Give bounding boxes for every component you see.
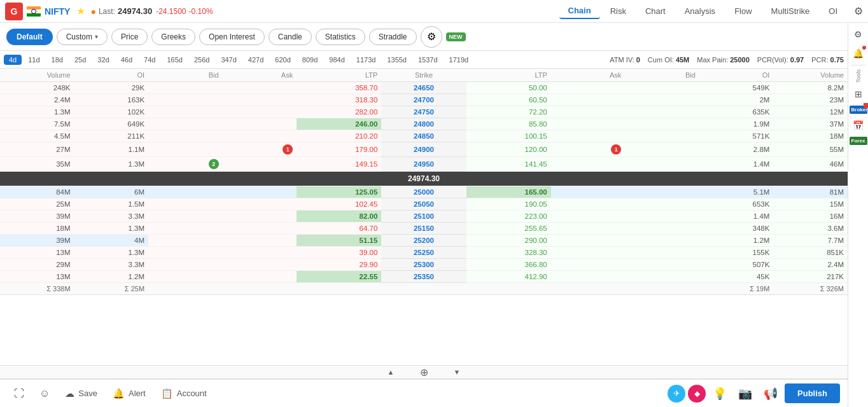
- share-button[interactable]: 📢: [759, 382, 782, 405]
- date-chip-1355d[interactable]: 1355d: [382, 55, 412, 65]
- alert-button[interactable]: 🔔 Alert: [106, 384, 152, 403]
- camera-button[interactable]: 📷: [734, 382, 757, 405]
- table-row[interactable]: 18M 1.3M 64.70 25150 255.65 348K 3.6M: [0, 223, 848, 235]
- account-label: Account: [177, 389, 207, 398]
- tab-risk[interactable]: Risk: [601, 4, 635, 18]
- pcr-label: PCR: 0.75: [811, 56, 844, 64]
- coin-icon: ●: [90, 6, 95, 17]
- statistics-button[interactable]: Statistics: [316, 29, 365, 45]
- date-chip-46d[interactable]: 46d: [116, 55, 137, 65]
- date-chip-984d[interactable]: 984d: [324, 55, 349, 65]
- date-chip-620d[interactable]: 620d: [270, 55, 295, 65]
- col-header-strike: Strike: [381, 69, 466, 82]
- forex-badge[interactable]: Forex: [850, 137, 867, 145]
- date-chip-25d[interactable]: 25d: [69, 55, 91, 65]
- table-row[interactable]: 4.5M 211K 210.20 24850 100.15 571K 18M: [0, 130, 848, 142]
- date-chip-347d[interactable]: 347d: [216, 55, 241, 65]
- camera-icon: 📷: [738, 387, 752, 401]
- table-row[interactable]: 39M 3.3M 82.00 25100 223.00 1.4M 16M: [0, 210, 848, 223]
- table-row[interactable]: 1.3M 102K 282.00 24750 72.20 635K 12M: [0, 106, 848, 118]
- custom-button[interactable]: Custom ▾: [57, 29, 108, 45]
- tab-chart[interactable]: Chart: [636, 4, 675, 18]
- current-price-row: 24974.30: [0, 172, 848, 186]
- date-chip-1537d[interactable]: 1537d: [413, 55, 443, 65]
- main-content: Default Custom ▾ Price Greeks Open Inter…: [0, 23, 848, 407]
- bottom-controls: ▲ ⊕ ▼: [0, 365, 848, 379]
- sidebar-calendar-icon[interactable]: 📅: [851, 118, 866, 133]
- avatar: G: [5, 3, 23, 20]
- table-row[interactable]: 27M 1.1M 1 179.00 24900 120.00 1 2: [0, 142, 848, 157]
- flag-icon: [27, 6, 41, 17]
- date-chip-165d[interactable]: 165d: [162, 55, 187, 65]
- straddle-button[interactable]: Straddle: [369, 29, 417, 45]
- date-chip-11d[interactable]: 11d: [23, 55, 45, 65]
- greeks-button[interactable]: Greeks: [151, 29, 195, 45]
- tab-analysis[interactable]: Analysis: [676, 4, 724, 18]
- date-chip-1173d[interactable]: 1173d: [351, 55, 381, 65]
- candle-button[interactable]: Candle: [269, 29, 312, 45]
- account-button[interactable]: 📋 Account: [155, 384, 213, 403]
- table-row[interactable]: 35M 1.3M 2 149.15 24950 141.45 1.4M 46M: [0, 157, 848, 172]
- table-row[interactable]: 13M 1.2M 22.55 25350 412.90 45K 217K: [0, 271, 848, 283]
- broker-badge[interactable]: Broker: [850, 106, 867, 114]
- table-row[interactable]: 29M 3.3M 29.90 25300 366.80 507K 2.4M: [0, 259, 848, 271]
- table-row[interactable]: 248K 29K 358.70 24650 50.00 549K 8.2M: [0, 82, 848, 94]
- date-chip-74d[interactable]: 74d: [139, 55, 160, 65]
- right-sidebar: ⚙ 🔔 Tools ⊞ Broker 📅 Forex: [848, 23, 868, 407]
- date-chip-1719d[interactable]: 1719d: [444, 55, 474, 65]
- atm-iv-label: ATM IV: 0: [610, 56, 640, 64]
- face-icon: ☺: [39, 388, 50, 399]
- table-row[interactable]: 2.4M 163K 318.30 24700 60.50 2M 23M: [0, 94, 848, 106]
- sidebar-grid-icon[interactable]: ⊞: [851, 86, 866, 102]
- date-chip-18d[interactable]: 18d: [46, 55, 68, 65]
- publish-button[interactable]: Publish: [785, 383, 840, 403]
- table-row[interactable]: 25M 1.5M 102.45 25050 190.05 653K 15M: [0, 198, 848, 210]
- tab-chain[interactable]: Chain: [559, 3, 600, 19]
- scroll-down-button[interactable]: ▼: [454, 368, 461, 376]
- expand-icon: ⛶: [14, 388, 24, 399]
- center-target-icon[interactable]: ⊕: [420, 366, 428, 378]
- table-scroll[interactable]: Volume OI Bid Ask LTP Strike LTP Ask Bid…: [0, 69, 848, 365]
- expand-button[interactable]: ⛶: [8, 384, 31, 403]
- last-value: 24974.30: [118, 6, 152, 16]
- col-header-bid-c: Bid: [148, 69, 223, 82]
- date-chip-256d[interactable]: 256d: [189, 55, 214, 65]
- sidebar-settings-icon[interactable]: ⚙: [851, 27, 866, 42]
- new-badge: NEW: [446, 32, 466, 41]
- date-chip-32d[interactable]: 32d: [92, 55, 114, 65]
- diamond-button[interactable]: ◆: [688, 385, 706, 403]
- price-button[interactable]: Price: [111, 29, 148, 45]
- telegram-icon: ✈: [673, 389, 680, 398]
- sum-row: Σ 338M Σ 25M Σ 19M Σ 326M: [0, 283, 848, 295]
- tab-oi[interactable]: OI: [820, 4, 846, 18]
- date-chip-427d[interactable]: 427d: [243, 55, 269, 65]
- tab-multistrike[interactable]: MultiStrike: [762, 4, 819, 18]
- gear-settings-button[interactable]: ⚙: [421, 26, 442, 48]
- last-label: Last:: [99, 7, 115, 16]
- save-button[interactable]: ☁ Save: [59, 384, 104, 403]
- table-row[interactable]: 7.5M 649K 246.00 24800 85.80 1.9M 37M: [0, 118, 848, 130]
- col-header-ask-p: Ask: [551, 69, 626, 82]
- lightbulb-icon: 💡: [713, 387, 727, 401]
- tab-flow[interactable]: Flow: [725, 4, 760, 18]
- col-header-oi-p: OI: [699, 69, 774, 82]
- table-row[interactable]: 13M 1.3M 39.00 25250 328.30 155K 851K: [0, 247, 848, 259]
- settings-icon[interactable]: ⚙: [854, 5, 863, 17]
- scroll-up-button[interactable]: ▲: [388, 368, 395, 376]
- face-button[interactable]: ☺: [33, 384, 56, 403]
- date-chip-809d[interactable]: 809d: [297, 55, 323, 65]
- open-interest-button[interactable]: Open Interest: [199, 29, 265, 45]
- date-chip-4d[interactable]: 4d: [4, 55, 22, 65]
- default-button[interactable]: Default: [6, 29, 53, 45]
- custom-label: Custom: [66, 32, 92, 41]
- cum-oi-label: Cum OI: 45M: [648, 56, 689, 64]
- header: G NIFTY ★ ● Last: 24974.30 -24.1500 -0.1…: [0, 0, 868, 23]
- star-icon[interactable]: ★: [76, 5, 85, 17]
- sidebar-notification-icon[interactable]: 🔔: [851, 46, 866, 61]
- badge-red-2: 1: [611, 144, 621, 155]
- table-row[interactable]: 84M 6M 125.05 25000 165.00 5.1M 81M: [0, 186, 848, 198]
- table-row[interactable]: 39M 4M 51.15 25200 290.00 1.2M 7.7M: [0, 235, 848, 247]
- telegram-button[interactable]: ✈: [668, 385, 685, 403]
- col-header-bid-p: Bid: [625, 69, 699, 82]
- lightbulb-button[interactable]: 💡: [708, 382, 731, 405]
